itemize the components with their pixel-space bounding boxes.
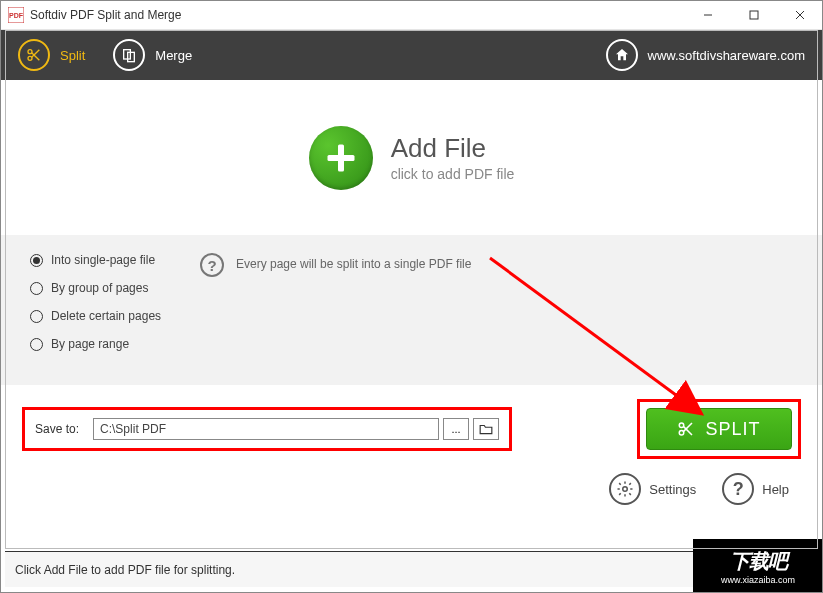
radio-label: Delete certain pages bbox=[51, 309, 161, 323]
svg-rect-3 bbox=[750, 11, 758, 19]
radio-group-pages[interactable]: By group of pages bbox=[30, 281, 200, 295]
folder-icon bbox=[479, 423, 493, 435]
home-icon bbox=[606, 39, 638, 71]
svg-text:PDF: PDF bbox=[9, 12, 24, 19]
watermark: 下载吧 www.xiazaiba.com bbox=[693, 539, 823, 593]
help-label: Help bbox=[762, 482, 789, 497]
split-button-label: SPLIT bbox=[705, 419, 760, 440]
save-to-highlight: Save to: ... bbox=[22, 407, 512, 451]
title-bar: PDF Softdiv PDF Split and Merge bbox=[0, 0, 823, 30]
watermark-text: 下载吧 bbox=[730, 548, 787, 575]
gear-icon bbox=[609, 473, 641, 505]
website-label: www.softdivshareware.com bbox=[648, 48, 806, 63]
radio-label: By page range bbox=[51, 337, 129, 351]
open-folder-button[interactable] bbox=[473, 418, 499, 440]
svg-point-18 bbox=[623, 487, 628, 492]
main-toolbar: Split Merge www.softdivshareware.com bbox=[0, 30, 823, 80]
watermark-url: www.xiazaiba.com bbox=[721, 575, 795, 585]
settings-label: Settings bbox=[649, 482, 696, 497]
tab-split[interactable]: Split bbox=[18, 39, 85, 71]
maximize-button[interactable] bbox=[731, 0, 777, 30]
close-button[interactable] bbox=[777, 0, 823, 30]
window-controls bbox=[685, 0, 823, 30]
tab-split-label: Split bbox=[60, 48, 85, 63]
split-button-highlight: SPLIT bbox=[637, 399, 801, 459]
add-file-area: Add File click to add PDF file bbox=[0, 80, 823, 235]
browse-ellipsis-button[interactable]: ... bbox=[443, 418, 469, 440]
status-text: Click Add File to add PDF file for split… bbox=[15, 563, 235, 577]
split-options-panel: Into single-page file By group of pages … bbox=[0, 235, 823, 385]
radio-delete-pages[interactable]: Delete certain pages bbox=[30, 309, 200, 323]
scissors-icon bbox=[677, 420, 695, 438]
add-file-sub: click to add PDF file bbox=[391, 166, 515, 182]
add-file-button[interactable]: Add File click to add PDF file bbox=[309, 126, 515, 190]
website-link[interactable]: www.softdivshareware.com bbox=[606, 39, 806, 71]
add-file-heading: Add File bbox=[391, 133, 515, 164]
window-title: Softdiv PDF Split and Merge bbox=[30, 8, 181, 22]
radio-icon bbox=[30, 338, 43, 351]
save-to-label: Save to: bbox=[35, 422, 79, 436]
merge-icon bbox=[113, 39, 145, 71]
radio-icon bbox=[30, 282, 43, 295]
settings-button[interactable]: Settings bbox=[609, 473, 696, 505]
plus-icon bbox=[309, 126, 373, 190]
radio-label: Into single-page file bbox=[51, 253, 155, 267]
tab-merge[interactable]: Merge bbox=[113, 39, 192, 71]
tab-merge-label: Merge bbox=[155, 48, 192, 63]
option-description: Every page will be split into a single P… bbox=[236, 253, 471, 271]
question-icon: ? bbox=[200, 253, 224, 277]
save-row: Save to: ... SPLIT bbox=[0, 385, 823, 467]
svg-rect-13 bbox=[327, 155, 354, 161]
save-path-input[interactable] bbox=[93, 418, 439, 440]
scissors-icon bbox=[18, 39, 50, 71]
radio-label: By group of pages bbox=[51, 281, 148, 295]
app-icon: PDF bbox=[8, 7, 24, 23]
help-button[interactable]: ? Help bbox=[722, 473, 789, 505]
radio-single-page[interactable]: Into single-page file bbox=[30, 253, 200, 267]
radio-icon bbox=[30, 310, 43, 323]
radio-page-range[interactable]: By page range bbox=[30, 337, 200, 351]
footer-actions: Settings ? Help bbox=[0, 467, 823, 505]
question-icon: ? bbox=[722, 473, 754, 505]
radio-icon bbox=[30, 254, 43, 267]
split-button[interactable]: SPLIT bbox=[646, 408, 792, 450]
minimize-button[interactable] bbox=[685, 0, 731, 30]
